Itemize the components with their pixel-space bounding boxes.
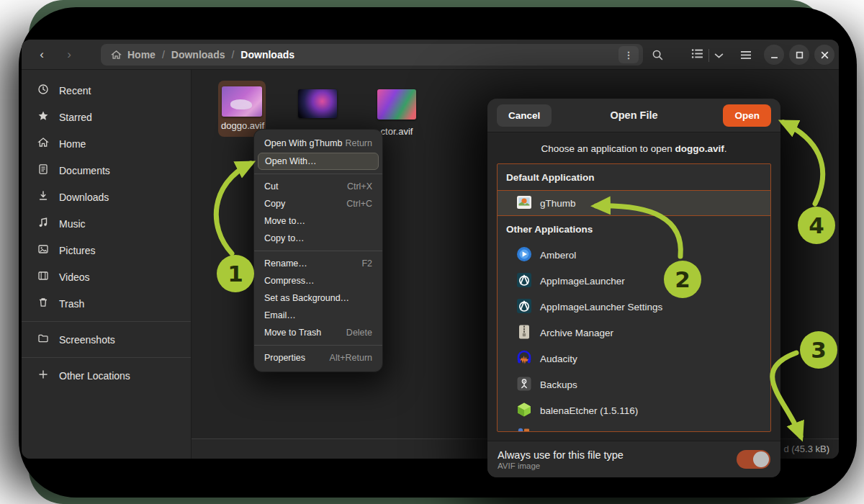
menu-divider [254, 345, 382, 346]
toggle-knob [753, 451, 769, 467]
sidebar-divider [22, 321, 191, 322]
maximize-button[interactable] [789, 45, 809, 65]
section-label: Other Applications [506, 224, 593, 235]
open-button[interactable]: Open [723, 104, 771, 127]
hamburger-menu-icon[interactable] [735, 44, 757, 66]
etcher-app-icon [516, 402, 532, 420]
file-thumbnail-doggo[interactable] [222, 86, 262, 117]
application-list: Default ApplicationgThumbOther Applicati… [497, 163, 771, 432]
menu-item-email[interactable]: Email… [254, 307, 382, 324]
menu-item-label: Open With gThumb [264, 138, 342, 148]
menu-item-shortcut: Ctrl+C [346, 199, 372, 209]
menu-item-cut[interactable]: CutCtrl+X [254, 178, 382, 195]
app-row-appimagelauncher[interactable]: AppImageLauncher [498, 268, 770, 294]
download-icon [37, 190, 49, 204]
app-label: Audacity [540, 354, 577, 364]
trash-icon [37, 297, 49, 310]
list-view-icon[interactable] [691, 48, 703, 62]
menu-item-label: Email… [264, 310, 296, 320]
file-thumbnail-3[interactable] [377, 89, 416, 120]
menu-item-shortcut: Return [345, 138, 372, 148]
app-row-audacity[interactable]: Audacity [498, 346, 770, 372]
prompt-filename: doggo.avif [675, 143, 724, 154]
menu-divider [254, 174, 382, 174]
app-row-appimagelauncher-settings[interactable]: AppImageLauncher Settings [498, 294, 770, 320]
breadcrumb-parent[interactable]: Downloads [171, 49, 225, 60]
sidebar-item-music[interactable]: Music [22, 210, 191, 237]
chevron-down-icon[interactable] [714, 49, 724, 62]
app-label: Amberol [540, 250, 576, 261]
file-type-label: AVIF image [498, 462, 624, 470]
plus-icon [37, 369, 49, 382]
sidebar-item-videos[interactable]: Videos [22, 264, 191, 290]
menu-item-compress[interactable]: Compress… [254, 272, 382, 289]
breadcrumb[interactable]: Home / Downloads / Downloads ⋮ [101, 44, 643, 66]
appimage-app-icon [516, 298, 532, 316]
sidebar-item-label: Downloads [59, 192, 109, 203]
menu-item-rename[interactable]: Rename…F2 [254, 255, 382, 272]
minimize-button[interactable] [764, 45, 784, 65]
sidebar-item-label: Documents [59, 165, 110, 176]
picture-icon [37, 243, 49, 257]
sidebar-item-recent[interactable]: Recent [22, 77, 191, 104]
app-label: Backups [540, 379, 577, 390]
app-row-balenaetcher-1-5-116[interactable]: balenaEtcher (1.5.116) [498, 397, 770, 423]
menu-item-copy-to[interactable]: Copy to… [254, 230, 382, 247]
sidebar-item-screenshots[interactable]: Screenshots [22, 326, 191, 353]
app-row-amberol[interactable]: Amberol [498, 242, 770, 268]
app-row-partial[interactable] [498, 423, 770, 432]
back-button[interactable]: ‹ [32, 45, 52, 65]
open-file-dialog: Cancel Open File Open Choose an applicat… [487, 99, 780, 477]
menu-item-label: Copy to… [264, 233, 305, 243]
cancel-button[interactable]: Cancel [497, 104, 552, 127]
annotation-badge-4: 4 [798, 207, 835, 244]
menu-item-properties[interactable]: PropertiesAlt+Return [254, 349, 382, 366]
always-use-toggle[interactable] [737, 450, 770, 469]
menu-divider [254, 251, 382, 251]
search-icon[interactable] [647, 44, 668, 66]
menu-item-label: Set as Background… [264, 293, 349, 303]
sidebar-item-pictures[interactable]: Pictures [22, 237, 191, 264]
menu-item-shortcut: Alt+Return [330, 353, 372, 363]
app-label: gThumb [540, 198, 576, 209]
dialog-prompt: Choose an application to open doggo.avif… [487, 143, 780, 154]
menu-item-open-with[interactable]: Open With… [258, 153, 379, 170]
breadcrumb-current[interactable]: Downloads [240, 49, 294, 60]
folder-icon [37, 333, 49, 346]
app-label: AppImageLauncher [540, 276, 625, 287]
menu-item-move-to-trash[interactable]: Move to TrashDelete [254, 324, 382, 341]
menu-item-set-as-background[interactable]: Set as Background… [254, 289, 382, 307]
sidebar-item-trash[interactable]: Trash [22, 290, 191, 317]
breadcrumb-home[interactable]: Home [127, 49, 156, 60]
status-text: d (45.3 kB) [783, 444, 829, 454]
sidebar-item-label: Trash [59, 298, 84, 310]
audacity-app-icon [516, 350, 532, 368]
forward-button[interactable]: › [59, 45, 79, 65]
sidebar-item-starred[interactable]: Starred [22, 104, 191, 130]
sidebar-item-documents[interactable]: Documents [22, 157, 191, 184]
sidebar-item-home[interactable]: Home [22, 130, 191, 157]
sidebar-divider [22, 357, 191, 358]
gthumb-app-icon [516, 194, 532, 212]
app-row-gthumb[interactable]: gThumb [498, 190, 770, 216]
menu-item-label: Move to… [264, 216, 305, 226]
sidebar-item-other-locations[interactable]: Other Locations [22, 362, 191, 389]
path-menu-kebab-icon[interactable]: ⋮ [618, 46, 639, 63]
menu-item-move-to[interactable]: Move to… [254, 212, 382, 230]
app-row-archive-manager[interactable]: Archive Manager [498, 320, 770, 346]
always-use-label: Always use for this file type [498, 449, 624, 462]
sidebar-item-label: Videos [59, 271, 90, 283]
backups-app-icon [516, 376, 532, 394]
clock-icon [37, 84, 49, 97]
sidebar-item-label: Music [59, 218, 86, 230]
section-label: Default Application [506, 172, 595, 183]
file-thumbnail-2[interactable] [298, 89, 337, 118]
menu-item-open-with-gthumb[interactable]: Open With gThumbReturn [254, 135, 382, 152]
app-row-backups[interactable]: Backups [498, 372, 770, 397]
screenshot-stage: ‹ › Home / Downloads / Downloads ⋮ [0, 0, 864, 504]
sidebar-item-label: Home [59, 138, 86, 150]
sidebar-item-downloads[interactable]: Downloads [22, 184, 191, 210]
menu-item-copy[interactable]: CopyCtrl+C [254, 195, 382, 212]
app-list-section-other-applications: Other Applications [498, 216, 770, 242]
close-button[interactable] [814, 45, 834, 65]
